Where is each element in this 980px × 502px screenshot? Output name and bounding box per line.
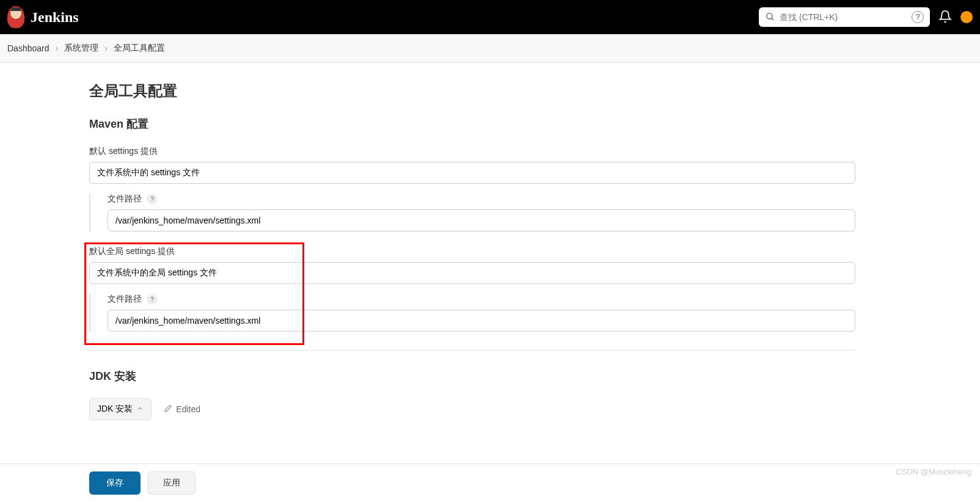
help-icon[interactable]: ? [147, 194, 158, 205]
global-path-label-text: 文件路径 [108, 294, 142, 305]
jenkins-logo-icon[interactable] [7, 6, 24, 28]
default-path-input[interactable] [108, 209, 855, 231]
default-path-label-text: 文件路径 [108, 194, 142, 205]
edited-text: Edited [176, 404, 200, 414]
header-right: ? [759, 7, 973, 27]
global-path-label: 文件路径 ? [108, 294, 855, 305]
default-settings-label: 默认 settings 提供 [89, 146, 855, 157]
svg-point-0 [767, 13, 772, 18]
jdk-install-row: JDK 安装 Edited [89, 398, 855, 420]
default-path-label: 文件路径 ? [108, 194, 855, 205]
watermark: CSDN @Muscleheng [896, 467, 971, 476]
chevron-right-icon: › [104, 43, 108, 53]
footer-bar: 保存 应用 [0, 464, 980, 481]
page-title: 全局工具配置 [89, 81, 855, 101]
chevron-right-icon: › [56, 43, 59, 53]
breadcrumb-dashboard[interactable]: Dashboard [7, 43, 49, 53]
default-settings-select[interactable] [89, 162, 855, 184]
top-header: Jenkins ? [0, 0, 980, 34]
search-input[interactable] [780, 12, 909, 22]
default-settings-group: 默认 settings 提供 文件路径 ? [89, 146, 855, 231]
brand-title[interactable]: Jenkins [31, 9, 79, 26]
main-content: 全局工具配置 Maven 配置 默认 settings 提供 文件路径 ? 默认… [0, 63, 855, 481]
edited-indicator: Edited [164, 404, 200, 415]
global-path-input[interactable] [108, 310, 855, 332]
user-avatar-icon[interactable] [960, 11, 973, 23]
pencil-icon [164, 404, 172, 415]
jdk-expand-button[interactable]: JDK 安装 [89, 398, 152, 420]
save-button[interactable]: 保存 [89, 471, 141, 481]
breadcrumb-system[interactable]: 系统管理 [64, 43, 98, 54]
search-help-icon[interactable]: ? [912, 11, 924, 23]
search-box[interactable]: ? [759, 7, 930, 27]
jdk-expand-label: JDK 安装 [97, 404, 133, 415]
divider [89, 350, 855, 351]
global-settings-select[interactable] [89, 262, 855, 284]
maven-section-title: Maven 配置 [89, 117, 855, 131]
header-left: Jenkins [7, 6, 79, 28]
bell-icon[interactable] [938, 10, 952, 25]
svg-line-1 [772, 18, 773, 20]
global-settings-path-group: 文件路径 ? [89, 294, 855, 332]
global-settings-label: 默认全局 settings 提供 [89, 246, 855, 257]
help-icon[interactable]: ? [147, 294, 158, 305]
default-settings-path-group: 文件路径 ? [89, 194, 855, 231]
breadcrumb-global-tool[interactable]: 全局工具配置 [114, 43, 165, 54]
breadcrumb: Dashboard › 系统管理 › 全局工具配置 [0, 34, 980, 63]
search-icon [765, 12, 775, 23]
global-settings-group: 默认全局 settings 提供 文件路径 ? [89, 246, 855, 332]
chevron-up-icon [136, 404, 144, 414]
jdk-section-title: JDK 安装 [89, 369, 855, 384]
apply-button[interactable]: 应用 [148, 471, 196, 481]
